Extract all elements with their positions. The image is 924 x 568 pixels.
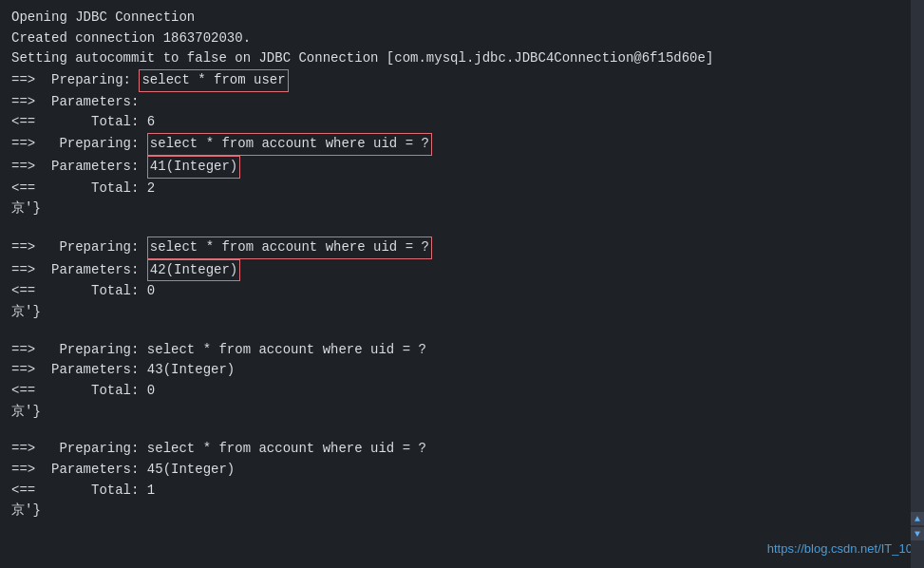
line-text: ==> Preparing: select * from account whe… [11,439,426,460]
log-line-16: ==> Parameters: 43(Integer) [11,360,913,381]
line-prefix: ==> Preparing: [11,70,139,91]
line-text: Opening JDBC Connection [11,8,195,28]
line-text: 京'} [11,402,41,423]
log-line-10: 京'} [11,199,913,219]
log-line-15: ==> Preparing: select * from account whe… [11,340,913,361]
line-text: 京'} [11,199,41,219]
line-prefix: ==> Parameters: [11,260,147,281]
log-line-3: Setting autocommit to false on JDBC Conn… [11,48,913,69]
line-text: <== Total: 1 [11,481,155,502]
spacer-1 [11,219,913,237]
line-prefix: ==> Parameters: [11,157,147,178]
line-text: ==> Parameters: [11,92,139,113]
sql-query-1: select * from user [139,69,288,92]
scrollbar[interactable]: ▲ ▼ [911,0,924,568]
line-text: ==> Parameters: 45(Integer) [11,460,235,481]
log-line-17: <== Total: 0 [11,381,913,402]
log-line-21: <== Total: 1 [11,481,913,502]
sql-query-3: select * from account where uid = ? [147,237,432,259]
scroll-down-button[interactable]: ▼ [911,527,924,540]
line-text: <== Total: 0 [11,381,155,402]
line-text: <== Total: 6 [11,112,155,133]
log-line-13: <== Total: 0 [11,281,913,302]
line-prefix: ==> Preparing: [11,134,147,155]
sql-query-2: select * from account where uid = ? [147,133,432,156]
line-text: ==> Parameters: 43(Integer) [11,360,235,381]
log-line-19: ==> Preparing: select * from account whe… [11,439,913,460]
spacer-3 [11,422,913,439]
log-line-4: ==> Preparing: select * from user [11,69,913,92]
log-line-2: Created connection 1863702030. [11,28,913,49]
line-text: <== Total: 0 [11,281,155,302]
param-value-2: 42(Integer) [147,259,240,282]
log-line-20: ==> Parameters: 45(Integer) [11,460,913,481]
log-line-8: ==> Parameters: 41(Integer) [11,156,913,179]
log-line-12: ==> Parameters: 42(Integer) [11,259,913,282]
line-text: Setting autocommit to false on JDBC Conn… [11,48,713,69]
scroll-up-button[interactable]: ▲ [911,512,924,525]
log-line-5: ==> Parameters: [11,92,913,113]
log-line-7: ==> Preparing: select * from account whe… [11,133,913,156]
line-text: ==> Preparing: select * from account whe… [11,340,426,361]
line-text: <== Total: 2 [11,179,155,199]
log-line-1: Opening JDBC Connection [11,8,913,28]
terminal-window: Opening JDBC Connection Created connecti… [0,0,924,568]
line-text: 京'} [11,501,41,521]
line-prefix: ==> Preparing: [11,237,147,258]
line-text: 京'} [11,302,41,323]
log-line-18: 京'} [11,402,913,423]
log-line-6: <== Total: 6 [11,112,913,133]
spacer-2 [11,323,913,340]
log-line-9: <== Total: 2 [11,179,913,199]
watermark: https://blog.csdn.net/IT_10 [767,540,913,559]
log-line-14: 京'} [11,302,913,323]
log-line-22: 京'} [11,501,913,521]
param-value-1: 41(Integer) [147,156,240,179]
log-line-11: ==> Preparing: select * from account whe… [11,237,913,259]
line-text: Created connection 1863702030. [11,28,251,49]
